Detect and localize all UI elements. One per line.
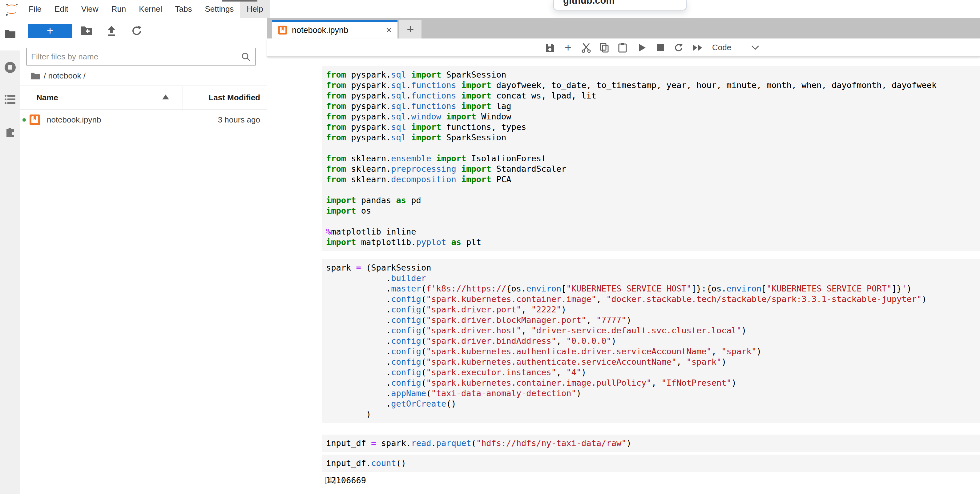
search-icon xyxy=(241,52,251,63)
browser-popup[interactable]: github.com xyxy=(553,0,687,11)
column-divider xyxy=(183,86,183,110)
filter-files-box xyxy=(26,48,256,65)
code-line: .config("spark.kubernetes.authenticate.s… xyxy=(326,357,980,367)
code-line: from pyspark.sql import SparkSession xyxy=(326,70,980,80)
cell-2-input[interactable]: spark = (SparkSession .builder .master(f… xyxy=(322,259,980,423)
file-list-header: Name Last Modified xyxy=(20,86,267,110)
plus-icon: + xyxy=(47,25,53,37)
tab-close-icon[interactable]: × xyxy=(386,22,392,38)
code-line: .builder xyxy=(326,273,980,283)
code-line: from pyspark.sql import functions, types xyxy=(326,122,980,132)
save-icon[interactable] xyxy=(544,38,556,57)
table-of-contents-icon[interactable] xyxy=(0,94,20,105)
menu-item-settings[interactable]: Settings xyxy=(198,0,240,18)
menu-item-edit[interactable]: Edit xyxy=(48,0,75,18)
output-value: 12106669 xyxy=(326,475,366,486)
code-line: .config("spark.executor.instances", "4") xyxy=(326,367,980,378)
new-tab-button[interactable]: + xyxy=(399,20,422,38)
home-folder-icon xyxy=(31,72,40,79)
activity-sidebar xyxy=(0,18,20,494)
jupyter-logo-icon xyxy=(4,3,19,16)
cell-3-input[interactable]: input_df = spark.read.parquet("hdfs://hd… xyxy=(322,435,980,452)
restart-kernel-icon[interactable] xyxy=(673,38,685,57)
menu-item-kernel[interactable]: Kernel xyxy=(132,0,169,18)
chevron-down-icon[interactable] xyxy=(751,38,759,57)
file-browser-folder-icon[interactable] xyxy=(0,29,20,38)
tab-notebook[interactable]: notebook.ipynb × xyxy=(272,20,398,38)
code-line: input_df = spark.read.parquet("hdfs://hd… xyxy=(326,438,980,448)
menu-item-run[interactable]: Run xyxy=(105,0,133,18)
tab-title: notebook.ipynb xyxy=(292,22,348,38)
code-line: import pandas as pd xyxy=(326,195,980,206)
column-header-modified[interactable]: Last Modified xyxy=(208,86,260,110)
code-line: %matplotlib inline xyxy=(326,227,980,237)
plus-icon: + xyxy=(407,22,414,37)
add-cell-icon[interactable]: + xyxy=(562,38,574,57)
refresh-icon[interactable] xyxy=(131,25,142,38)
code-line: .master(f'k8s://https://{os.environ["KUB… xyxy=(326,283,980,294)
code-line: from pyspark.sql.functions import dayofw… xyxy=(326,80,980,91)
extensions-puzzle-icon[interactable] xyxy=(0,125,20,137)
cell-type-dropdown[interactable]: Code xyxy=(712,38,731,57)
code-line: .config("spark.kubernetes.container.imag… xyxy=(326,294,980,304)
running-kernels-icon[interactable] xyxy=(0,62,20,73)
cut-icon[interactable] xyxy=(580,38,592,57)
code-line: from pyspark.sql.functions import lag xyxy=(326,101,980,111)
notebook-scroll-area[interactable]: [1]:from pyspark.sql import SparkSession… xyxy=(267,57,980,494)
menu-item-help[interactable]: Help xyxy=(240,0,269,18)
file-row[interactable]: notebook.ipynb 3 hours ago xyxy=(20,110,267,129)
code-line: from pyspark.sql.window import Window xyxy=(326,111,980,122)
code-line xyxy=(326,216,980,227)
breadcrumb[interactable]: / notebook / xyxy=(31,70,86,81)
column-header-name[interactable]: Name xyxy=(36,86,58,110)
code-line: .appName("taxi-data-anomaly-detection") xyxy=(326,388,980,399)
code-line: .config("spark.driver.blockManager.port"… xyxy=(326,315,980,325)
menu-items: FileEditViewRunKernelTabsSettingsHelp xyxy=(22,0,270,18)
new-folder-icon[interactable] xyxy=(81,25,92,37)
code-line: from sklearn.preprocessing import Standa… xyxy=(326,164,980,174)
code-line: .config("spark.kubernetes.container.imag… xyxy=(326,378,980,388)
code-line: .config("spark.driver.host", "driver-ser… xyxy=(326,325,980,336)
restart-run-all-icon[interactable] xyxy=(692,38,704,57)
code-line xyxy=(326,185,980,195)
code-line: from sklearn.ensemble import IsolationFo… xyxy=(326,153,980,164)
code-line: ) xyxy=(326,409,980,419)
code-line: from sklearn.decomposition import PCA xyxy=(326,174,980,185)
code-line xyxy=(326,143,980,153)
menu-item-file[interactable]: File xyxy=(22,0,48,18)
main-menu-bar: FileEditViewRunKernelTabsSettingsHelp xyxy=(0,0,980,18)
paste-icon[interactable] xyxy=(616,38,629,57)
code-line: .config("spark.driver.bindAddress", "0.0… xyxy=(326,336,980,346)
file-modified: 3 hours ago xyxy=(218,110,260,129)
stop-icon[interactable] xyxy=(655,38,667,57)
running-kernel-dot xyxy=(22,118,26,122)
copy-icon[interactable] xyxy=(598,38,611,57)
menu-item-tabs[interactable]: Tabs xyxy=(169,0,198,18)
code-line: input_df.count() xyxy=(326,458,980,469)
code-line: spark = (SparkSession xyxy=(326,262,980,273)
menu-focus-edge xyxy=(222,0,258,2)
cell-1-input[interactable]: from pyspark.sql import SparkSessionfrom… xyxy=(322,66,980,251)
menu-item-view[interactable]: View xyxy=(75,0,105,18)
code-line: from pyspark.sql import SparkSession xyxy=(326,132,980,143)
code-line: .getOrCreate() xyxy=(326,399,980,409)
notebook-file-icon xyxy=(29,114,40,125)
notebook-toolbar: + Code xyxy=(267,38,980,57)
code-line: .config("spark.kubernetes.authenticate.d… xyxy=(326,346,980,357)
upload-icon[interactable] xyxy=(106,25,117,38)
cell-4-input[interactable]: input_df.count() xyxy=(322,454,980,472)
notebook-tab-icon xyxy=(278,25,287,35)
new-launcher-button[interactable]: + xyxy=(28,24,72,38)
breadcrumb-path: / notebook / xyxy=(44,71,86,81)
code-line: .config("spark.driver.port", "2222") xyxy=(326,304,980,315)
code-line: from pyspark.sql.functions import concat… xyxy=(326,91,980,101)
code-line: import matplotlib.pyplot as plt xyxy=(326,237,980,248)
file-name: notebook.ipynb xyxy=(47,110,101,129)
filter-files-input[interactable] xyxy=(31,49,234,64)
run-icon[interactable] xyxy=(636,38,648,57)
popup-site-label: github.com xyxy=(563,0,614,6)
code-line: import os xyxy=(326,206,980,216)
sort-ascending-icon[interactable] xyxy=(162,94,169,99)
